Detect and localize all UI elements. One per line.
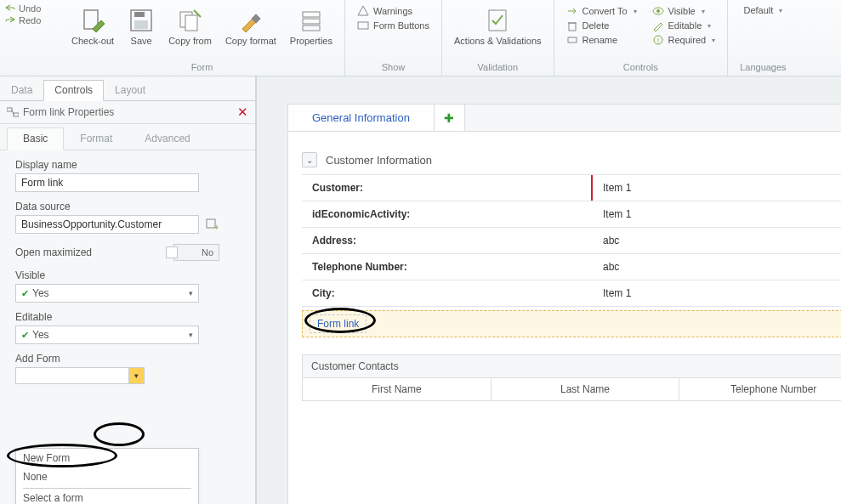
language-default-button[interactable]: Default▾ (743, 5, 782, 15)
undo-button[interactable]: Undo (5, 3, 54, 14)
checkout-icon (79, 7, 106, 34)
svg-text:!: ! (656, 37, 658, 44)
svg-rect-5 (185, 15, 197, 31)
checkout-label: Check-out (71, 36, 114, 46)
editable-button[interactable]: Editable▾ (652, 20, 716, 31)
grid-column-header[interactable]: Last Name (492, 378, 680, 400)
warnings-button[interactable]: Warnings (357, 5, 429, 17)
tab-layout[interactable]: Layout (104, 80, 156, 100)
chevron-down-icon: ▾ (189, 289, 193, 297)
close-icon[interactable]: ✕ (237, 105, 248, 120)
properties-body: Display name Data source + Open maximize… (0, 150, 255, 393)
visible-button[interactable]: Visible▾ (652, 5, 716, 17)
add-form-label: Add Form (15, 353, 240, 365)
field-value[interactable]: Item 1 (591, 175, 841, 201)
chevron-down-icon: ▾ (634, 8, 637, 15)
visible-value: Yes (32, 287, 49, 299)
language-label: Default (743, 5, 773, 15)
add-form-dropdown-menu: New Form None Select a form (15, 448, 199, 504)
data-source-input[interactable] (15, 215, 199, 234)
ribbon: Undo Redo Check-out Save Copy from (0, 0, 841, 76)
form-link-droparea: Form link (302, 310, 841, 337)
redo-button[interactable]: Redo (5, 15, 54, 25)
rename-button[interactable]: Rename (566, 34, 637, 46)
ribbon-group-languages-label: Languages (740, 62, 786, 76)
convert-to-button[interactable]: Convert To▾ (566, 5, 637, 17)
add-tab-button[interactable]: ✚ (435, 105, 465, 131)
svg-rect-14 (568, 37, 577, 42)
field-value[interactable]: abc (591, 228, 841, 253)
copy-format-button[interactable]: Copy format (225, 2, 276, 46)
properties-title: Form link Properties (23, 106, 114, 118)
rename-label: Rename (582, 35, 618, 45)
tab-controls[interactable]: Controls (43, 80, 104, 101)
left-tabs: Data Controls Layout (0, 80, 255, 101)
left-panel: Data Controls Layout Form link Propertie… (0, 76, 257, 504)
visible-select[interactable]: ✔Yes▾ (15, 284, 199, 303)
editable-value: Yes (32, 329, 49, 341)
check-icon: ✔ (21, 288, 29, 298)
form-link-icon (7, 107, 19, 117)
form-buttons-icon (357, 20, 369, 31)
form-buttons-button[interactable]: Form Buttons (357, 20, 429, 31)
ribbon-group-validation: Actions & Validations Validation (442, 0, 554, 76)
open-maximized-toggle[interactable]: No (173, 244, 219, 261)
dropdown-item-new-form[interactable]: New Form (16, 449, 198, 467)
properties-tabs: Basic Format Advanced (0, 127, 255, 150)
form-link-control[interactable]: Form link (310, 314, 367, 333)
field-value[interactable]: Item 1 (591, 201, 841, 227)
prop-tab-format[interactable]: Format (64, 127, 128, 150)
svg-rect-19 (7, 108, 12, 111)
chevron-down-icon: ▾ (712, 37, 715, 44)
required-button[interactable]: !Required▾ (652, 34, 716, 46)
table-row: Customer:Item 1 (302, 175, 841, 201)
editable-label: Editable (15, 311, 240, 323)
field-label: idEconomicActivity: (302, 201, 591, 227)
contacts-grid: Customer Contacts First NameLast NameTel… (302, 354, 841, 401)
save-icon (128, 7, 155, 34)
save-label: Save (131, 36, 152, 46)
svg-rect-7 (303, 12, 320, 17)
design-canvas-area: General Information ✚ ⌄ Customer Informa… (257, 76, 841, 504)
open-maximized-value: No (202, 247, 213, 258)
rename-icon (566, 34, 578, 46)
field-value[interactable]: Item 1 (591, 280, 841, 306)
prop-tab-basic[interactable]: Basic (7, 127, 64, 150)
table-row: City:Item 1 (302, 280, 841, 307)
dropdown-item-select-form[interactable]: Select a form (16, 489, 198, 504)
section-collapse-button[interactable]: ⌄ (302, 152, 317, 167)
field-label: Customer: (302, 175, 591, 201)
undo-icon (5, 4, 15, 13)
delete-button[interactable]: Delete (566, 20, 637, 31)
add-form-input[interactable] (15, 367, 129, 384)
add-form-dropdown-button[interactable]: ▾ (129, 367, 145, 384)
grid-column-header[interactable]: First Name (303, 378, 492, 400)
copy-format-label: Copy format (225, 36, 276, 46)
editable-select[interactable]: ✔Yes▾ (15, 326, 199, 344)
svg-rect-10 (358, 22, 368, 29)
data-source-picker-icon[interactable]: + (206, 218, 218, 230)
field-value[interactable]: abc (591, 254, 841, 280)
checkout-button[interactable]: Check-out (71, 2, 114, 46)
save-button[interactable]: Save (128, 2, 155, 46)
convert-label: Convert To (582, 6, 628, 16)
actions-validations-button[interactable]: Actions & Validations (454, 2, 542, 46)
grid-column-header[interactable]: Telephone Number (679, 378, 841, 400)
form-fields-table: Customer:Item 1idEconomicActivity:Item 1… (302, 174, 841, 307)
quick-access-toolbar: Undo Redo (0, 0, 60, 76)
display-name-input[interactable] (15, 173, 199, 192)
dropdown-item-none[interactable]: None (16, 467, 198, 486)
tab-data[interactable]: Data (0, 80, 43, 100)
canvas-tab-general[interactable]: General Information (288, 105, 435, 131)
properties-button[interactable]: Properties (290, 2, 332, 46)
visible-label: Visible (15, 269, 240, 281)
copy-from-button[interactable]: Copy from (168, 2, 212, 46)
copy-from-icon (177, 7, 204, 34)
form-buttons-label: Form Buttons (373, 20, 429, 31)
warning-icon (357, 5, 369, 17)
chevron-down-icon: ▾ (189, 331, 193, 339)
undo-label: Undo (19, 3, 41, 14)
main: Data Controls Layout Form link Propertie… (0, 76, 841, 504)
required-label: Required (668, 35, 707, 45)
prop-tab-advanced[interactable]: Advanced (128, 127, 206, 150)
